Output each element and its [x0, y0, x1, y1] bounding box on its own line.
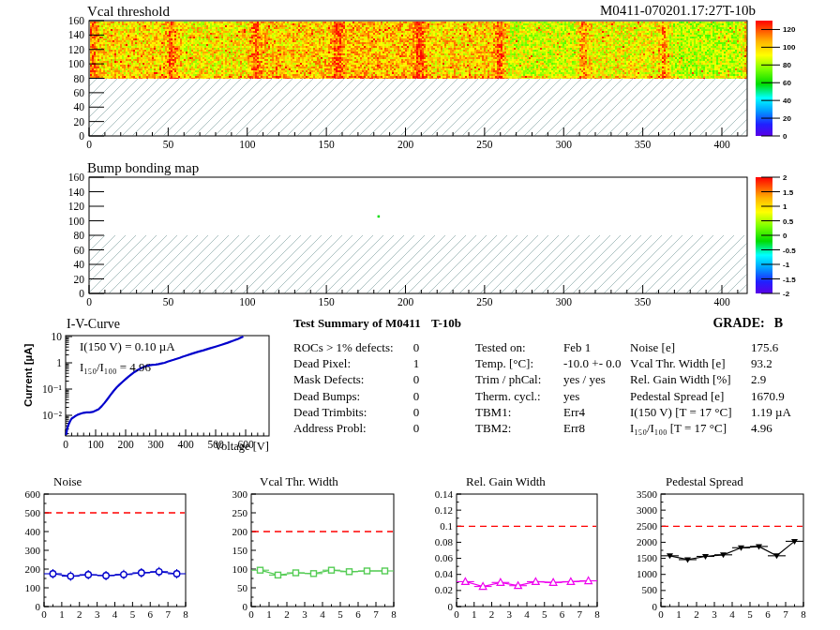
- summary-results-1-label: Vcal Thr. Width [e]: [630, 357, 753, 371]
- svg-text:150: 150: [319, 296, 336, 308]
- svg-text:300: 300: [556, 139, 573, 150]
- svg-text:3000: 3000: [637, 504, 658, 516]
- svg-text:50: 50: [163, 296, 174, 308]
- svg-text:2: 2: [694, 608, 699, 620]
- summary-defects-5-label: Address Probl:: [293, 422, 415, 436]
- svg-text:2: 2: [783, 173, 788, 182]
- summary-defects-0-value: 0: [409, 341, 424, 355]
- svg-text:350: 350: [635, 139, 652, 150]
- svg-text:50: 50: [163, 139, 174, 150]
- svg-text:5: 5: [130, 608, 136, 620]
- svg-text:0: 0: [79, 288, 84, 299]
- svg-text:0.06: 0.06: [435, 552, 454, 563]
- svg-text:80: 80: [74, 230, 85, 241]
- summary-defects-4-label: Dead Trimbits:: [293, 406, 415, 420]
- summary-results-3-value: 1670.9: [751, 390, 811, 404]
- summary-defects-1-label: Dead Pixel:: [293, 357, 415, 371]
- svg-text:7: 7: [578, 608, 583, 620]
- svg-text:50: 50: [237, 582, 248, 593]
- report-header-title: M0411-070201.17:27T-10b: [525, 3, 756, 19]
- summary-results-2-value: 2.9: [751, 373, 811, 387]
- svg-text:150: 150: [232, 545, 248, 556]
- svg-text:1: 1: [472, 608, 477, 620]
- svg-text:0: 0: [783, 132, 788, 141]
- svg-text:4: 4: [112, 608, 118, 620]
- svg-text:160: 160: [68, 172, 85, 183]
- svg-text:0: 0: [36, 601, 41, 612]
- summary-defects-3-label: Dead Bumps:: [293, 390, 415, 404]
- rel-gain-width-per-roc-plot: 01234567800.020.040.060.080.10.120.14: [435, 488, 601, 621]
- svg-text:500: 500: [25, 507, 41, 518]
- svg-text:400: 400: [713, 139, 730, 150]
- svg-text:0: 0: [783, 232, 788, 240]
- summary-defects-5-value: 0: [409, 422, 424, 436]
- svg-text:200: 200: [25, 563, 41, 575]
- iv-annotation-ratio: I₁₅₀/I₁₀₀ = 4.96: [80, 361, 151, 375]
- svg-text:60: 60: [74, 245, 85, 256]
- svg-text:10⁻²: 10⁻²: [42, 410, 63, 421]
- svg-text:100: 100: [68, 58, 85, 69]
- svg-text:400: 400: [25, 526, 41, 537]
- svg-text:-2: -2: [783, 290, 790, 298]
- bump-bonding-axes: 0501001502002503003504000204060801001201…: [68, 172, 797, 308]
- svg-text:60: 60: [74, 87, 85, 98]
- svg-text:2: 2: [77, 608, 82, 620]
- svg-text:300: 300: [232, 488, 248, 500]
- svg-text:250: 250: [476, 296, 493, 308]
- svg-text:350: 350: [635, 296, 652, 308]
- svg-text:80: 80: [783, 61, 791, 69]
- svg-text:160: 160: [68, 15, 85, 26]
- summary-results-3-label: Pedestal Spread [e]: [630, 390, 753, 404]
- module-test-report: 0501001502002503003504000204060801001201…: [0, 0, 840, 630]
- summary-defects-0-label: ROCs > 1% defects:: [293, 341, 415, 355]
- svg-text:6: 6: [355, 608, 361, 620]
- vcal-width-plot-title: Vcal Thr. Width: [260, 475, 338, 489]
- bump-bonding-title: Bump bonding map: [87, 160, 199, 176]
- svg-text:8: 8: [183, 608, 188, 620]
- svg-text:5: 5: [338, 608, 343, 620]
- svg-text:0: 0: [86, 296, 92, 308]
- svg-text:300: 300: [556, 296, 573, 308]
- svg-text:80: 80: [74, 73, 85, 84]
- svg-text:0.12: 0.12: [435, 504, 453, 516]
- svg-text:60: 60: [783, 79, 791, 87]
- svg-text:8: 8: [594, 608, 600, 620]
- iv-annotation-i150: I(150 V) = 0.10 µA: [80, 340, 175, 354]
- summary-module-type: T-10b: [431, 317, 461, 331]
- summary-defects-3-value: 0: [409, 390, 424, 404]
- svg-text:100: 100: [87, 439, 104, 450]
- summary-results-4-label: I(150 V) [T = 17 °C]: [630, 406, 753, 420]
- svg-text:300: 300: [25, 545, 41, 556]
- svg-text:8: 8: [391, 608, 397, 620]
- svg-text:0.14: 0.14: [435, 488, 454, 500]
- svg-text:0: 0: [248, 608, 254, 620]
- pedestal-spread-plot-title: Pedestal Spread: [666, 475, 743, 489]
- svg-text:0.02: 0.02: [435, 584, 453, 595]
- svg-text:8: 8: [801, 608, 806, 620]
- svg-text:300: 300: [147, 439, 164, 450]
- noise-plot-title: Noise: [53, 475, 82, 489]
- svg-text:200: 200: [398, 139, 414, 150]
- svg-text:250: 250: [476, 139, 493, 150]
- svg-text:2000: 2000: [637, 536, 658, 548]
- svg-text:100: 100: [25, 582, 41, 593]
- svg-text:0: 0: [243, 601, 248, 612]
- svg-text:120: 120: [68, 44, 85, 55]
- svg-text:0.08: 0.08: [435, 536, 454, 548]
- svg-text:2: 2: [284, 608, 290, 620]
- rel-gain-width-plot-title: Rel. Gain Width: [466, 475, 546, 489]
- svg-text:3: 3: [302, 608, 308, 620]
- svg-text:4: 4: [320, 608, 325, 620]
- svg-text:-0.5: -0.5: [783, 247, 796, 255]
- svg-text:6: 6: [765, 608, 771, 620]
- svg-text:40: 40: [783, 97, 791, 105]
- summary-conditions-4-label: TBM1:: [475, 406, 565, 420]
- svg-text:200: 200: [398, 296, 414, 308]
- svg-text:1: 1: [266, 608, 272, 620]
- svg-text:120: 120: [783, 25, 796, 34]
- summary-results-0-value: 175.6: [751, 341, 811, 355]
- vcal-threshold-title: Vcal threshold: [87, 4, 170, 20]
- svg-text:1: 1: [59, 608, 65, 620]
- svg-text:2500: 2500: [637, 520, 658, 532]
- svg-text:1.5: 1.5: [783, 188, 794, 197]
